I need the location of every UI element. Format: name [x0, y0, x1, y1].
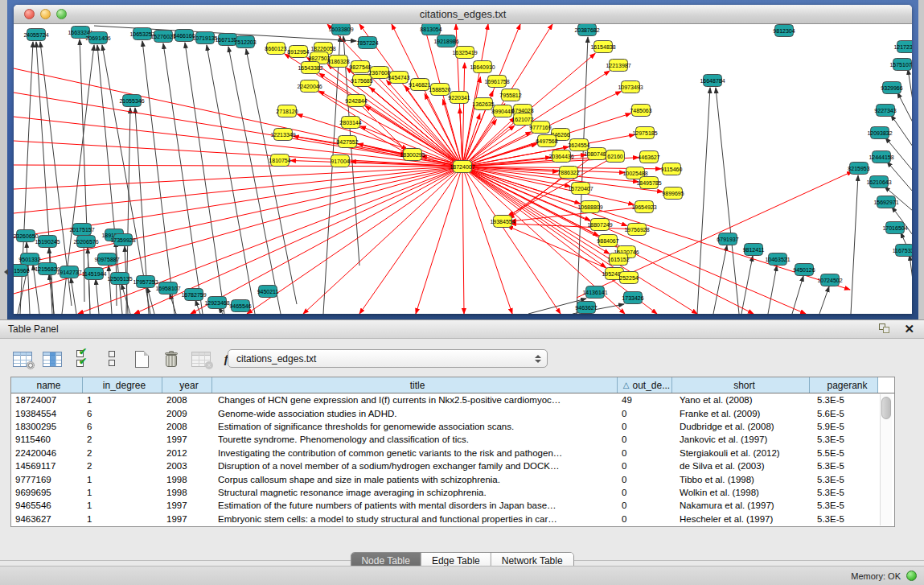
- network-node[interactable]: 9450211: [257, 286, 279, 298]
- network-node[interactable]: 15720407: [568, 183, 593, 195]
- network-node[interactable]: 8454743: [388, 72, 409, 84]
- network-node[interactable]: 3624554: [568, 139, 589, 151]
- network-node[interactable]: 1588520: [429, 84, 450, 96]
- network-node[interactable]: 9450126: [793, 264, 815, 276]
- network-node[interactable]: 21055346: [119, 95, 144, 107]
- network-node[interactable]: 9501332: [18, 253, 40, 266]
- minimize-window-button[interactable]: [40, 9, 51, 19]
- network-node[interactable]: 7955812: [499, 89, 521, 101]
- network-node[interactable]: 8912954: [287, 46, 309, 58]
- network-node[interactable]: 10463521: [765, 253, 790, 266]
- network-node[interactable]: 7485063: [630, 105, 651, 117]
- network-node[interactable]: 15692971: [873, 196, 898, 208]
- table-row[interactable]: 1830029562008Estimation of significance …: [11, 420, 894, 433]
- column-header-pagerank[interactable]: pagerank: [810, 377, 878, 393]
- network-node[interactable]: 8813054: [420, 24, 441, 35]
- network-node[interactable]: 10807487: [584, 148, 609, 160]
- network-node[interactable]: 8660123: [265, 43, 286, 55]
- network-node[interactable]: 252254: [619, 272, 638, 284]
- network-node[interactable]: 20387682: [574, 24, 599, 36]
- network-svg[interactable]: 8660123891295418226058982750381863281654…: [14, 24, 912, 314]
- vertical-scrollbar[interactable]: [880, 394, 892, 525]
- column-header-out_de[interactable]: △out_de...: [618, 377, 672, 393]
- network-hub-node[interactable]: 18724007: [450, 161, 474, 173]
- network-node[interactable]: 12975185: [632, 127, 657, 139]
- scrollbar-thumb[interactable]: [881, 397, 891, 419]
- table-row[interactable]: 1872400712008Changes of HCN gene express…: [11, 393, 894, 406]
- network-node[interactable]: 10719135: [192, 32, 217, 44]
- table-row[interactable]: 969969511998Structural magnetic resonanc…: [11, 486, 894, 499]
- table-settings-icon[interactable]: [11, 348, 34, 369]
- network-node[interactable]: 20364436: [548, 150, 573, 163]
- network-node[interactable]: 9227343: [874, 105, 896, 117]
- network-node[interactable]: 16543382: [298, 62, 322, 74]
- network-node[interactable]: 18640910: [470, 61, 495, 73]
- network-node[interactable]: 9777169: [529, 122, 551, 134]
- column-header-name[interactable]: name: [11, 377, 83, 393]
- panel-collapse-arrow-icon[interactable]: [1, 269, 8, 275]
- table-row[interactable]: 1456911722003Disruption of a novel membe…: [11, 459, 894, 472]
- select-column-icon[interactable]: [41, 348, 64, 369]
- trash-icon[interactable]: [160, 348, 183, 369]
- network-node[interactable]: 8427552: [336, 136, 358, 148]
- select-all-icon[interactable]: ✔✔: [71, 348, 93, 369]
- network-node[interactable]: 17016504: [882, 222, 907, 234]
- network-node[interactable]: 18807249: [587, 219, 612, 231]
- network-node[interactable]: 12213987: [606, 60, 630, 72]
- network-node[interactable]: 19142737: [56, 266, 81, 278]
- network-node[interactable]: 12505135: [107, 273, 132, 285]
- network-node[interactable]: 12923468: [204, 297, 229, 309]
- network-node[interactable]: 16325419: [452, 47, 477, 59]
- network-node[interactable]: 10973493: [618, 81, 643, 93]
- network-node[interactable]: 4463627: [638, 151, 659, 163]
- network-node[interactable]: 6497568: [536, 135, 557, 147]
- network-node[interactable]: 62160: [606, 150, 625, 163]
- network-node[interactable]: 19384554: [490, 216, 515, 228]
- network-node[interactable]: 10688809: [577, 201, 602, 213]
- network-node[interactable]: 16961758: [484, 76, 509, 88]
- network-node[interactable]: 9812304: [773, 25, 795, 37]
- network-node[interactable]: 9220341: [448, 92, 470, 104]
- network-node[interactable]: 20206576: [73, 236, 98, 248]
- network-node[interactable]: 18300295: [400, 149, 425, 161]
- column-header-in_degree[interactable]: in_degree: [83, 377, 162, 393]
- network-node[interactable]: 19218986: [433, 35, 458, 47]
- network-node[interactable]: 12444158: [869, 151, 893, 163]
- network-node[interactable]: 917004: [331, 155, 349, 167]
- memory-status-indicator-icon[interactable]: [906, 571, 917, 581]
- network-node[interactable]: 20691406: [85, 32, 110, 44]
- network-node[interactable]: 14136141: [582, 286, 607, 299]
- network-node[interactable]: 16958107: [155, 282, 180, 295]
- network-node[interactable]: 3315966: [14, 265, 30, 277]
- network-node[interactable]: 15751074: [889, 59, 912, 71]
- table-row[interactable]: 946362711997Embryonic stem cells: a mode…: [11, 513, 894, 525]
- table-row[interactable]: 2242004622012Investigating the contribut…: [11, 447, 894, 459]
- network-node[interactable]: 16033809: [328, 24, 353, 35]
- network-window-titlebar[interactable]: citations_edges.txt: [14, 5, 912, 24]
- network-node[interactable]: 11451944: [82, 268, 107, 280]
- network-node[interactable]: 12093832: [867, 127, 892, 139]
- network-node[interactable]: 9242844: [345, 95, 367, 107]
- network-node[interactable]: 9812411: [743, 244, 765, 256]
- network-node[interactable]: 8215953: [848, 163, 869, 175]
- column-header-short[interactable]: short: [672, 377, 810, 393]
- network-node[interactable]: 90975887: [94, 253, 119, 266]
- network-node[interactable]: 16648784: [700, 75, 725, 87]
- network-node[interactable]: 15190245: [35, 236, 60, 248]
- network-node[interactable]: 6791937: [717, 233, 738, 245]
- network-node[interactable]: 2803144: [339, 117, 361, 129]
- network-node[interactable]: 8186328: [327, 56, 349, 68]
- network-node[interactable]: 17957253: [133, 276, 158, 288]
- network-node[interactable]: 9463627: [575, 302, 597, 314]
- network-node[interactable]: 19654923: [631, 201, 656, 213]
- network-canvas[interactable]: 8660123891295418226058982750381863281654…: [14, 24, 912, 314]
- table-row[interactable]: 1938455462009Genome-wide association stu…: [11, 406, 894, 419]
- network-node[interactable]: 12213349: [270, 129, 295, 141]
- network-node[interactable]: 16154838: [590, 41, 615, 53]
- network-node[interactable]: 2718120: [276, 105, 298, 117]
- table-row[interactable]: 911546021997Tourette syndrome. Phenomeno…: [11, 433, 894, 446]
- zoom-window-button[interactable]: [56, 9, 67, 19]
- close-window-button[interactable]: [24, 9, 35, 19]
- table-selector-dropdown[interactable]: citations_edges.txt: [228, 349, 548, 368]
- table-row[interactable]: 946554611997Estimation of the future num…: [11, 499, 894, 512]
